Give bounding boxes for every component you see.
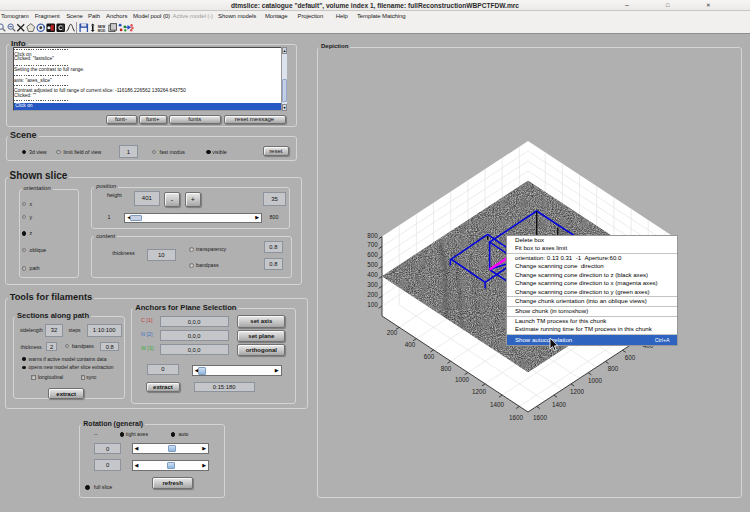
svg-text:1600: 1600 [533,414,548,421]
svg-text:600: 600 [367,251,378,258]
svg-text:600: 600 [424,353,435,360]
svg-text:500: 500 [367,261,378,268]
svg-text:400: 400 [367,271,378,278]
svg-text:100: 100 [367,301,378,308]
svg-text:600: 600 [625,354,636,361]
svg-text:800: 800 [441,365,452,372]
svg-text:1200: 1200 [472,388,487,395]
svg-text:800: 800 [367,232,378,239]
svg-text:200: 200 [387,329,398,336]
svg-text:1000: 1000 [588,377,603,384]
svg-text:200: 200 [367,291,378,298]
svg-text:400: 400 [405,341,416,348]
svg-text:1600: 1600 [509,414,524,421]
svg-text:1200: 1200 [570,388,585,395]
svg-text:800: 800 [608,365,619,372]
svg-text:700: 700 [367,241,378,248]
svg-text:300: 300 [367,281,378,288]
svg-text:1400: 1400 [490,401,505,408]
svg-text:1000: 1000 [455,376,470,383]
svg-text:1400: 1400 [552,401,567,408]
